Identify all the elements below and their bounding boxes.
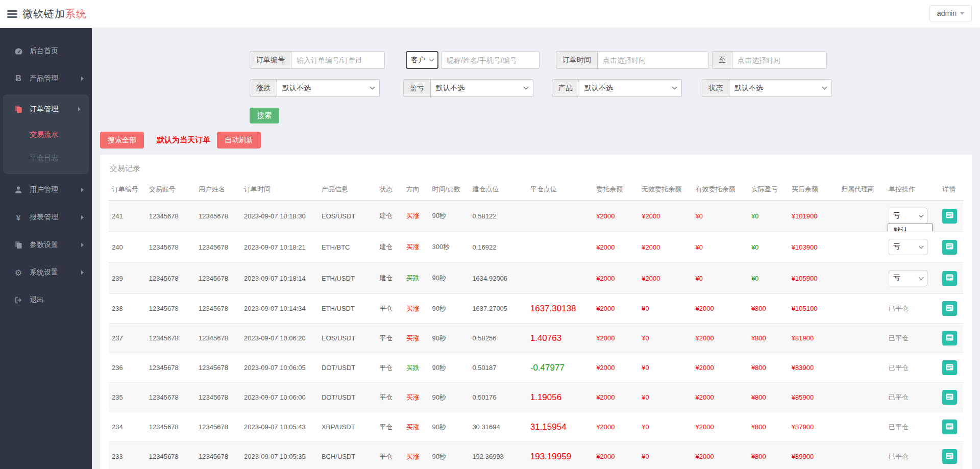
- sidebar-item-参数设置[interactable]: 参数设置: [0, 231, 92, 259]
- cell-product: EOS/USDT: [318, 324, 376, 353]
- cell-after-balance: ¥89900: [789, 442, 838, 469]
- cell-valid-entrust: ¥2000: [693, 324, 748, 353]
- cell-detail: [939, 412, 963, 442]
- cell-product: BCH/USDT: [318, 442, 376, 469]
- detail-button[interactable]: [942, 390, 957, 405]
- column-header: 用户姓名: [195, 180, 241, 201]
- cell-close-point: [527, 232, 594, 263]
- cell-direction: 买跌: [403, 353, 429, 383]
- column-header: 产品信息: [318, 180, 376, 201]
- column-header: 单控操作: [886, 180, 939, 201]
- status-select[interactable]: 默认不选: [729, 79, 832, 97]
- logout-icon: [13, 296, 23, 304]
- time-to-group: 至: [712, 51, 827, 69]
- sidebar-item-报表管理[interactable]: ¥报表管理: [0, 204, 92, 231]
- cell-entrust-balance: ¥2000: [593, 412, 639, 442]
- cell-control: 已平仓: [886, 442, 939, 469]
- user-icon: [13, 186, 23, 194]
- cell-order-time: 2023-09-07 10:05:43: [241, 412, 318, 442]
- time-to-input[interactable]: [732, 51, 827, 69]
- sidebar-item-退出[interactable]: 退出: [0, 286, 92, 314]
- detail-button[interactable]: [942, 449, 957, 464]
- cell-agent: [838, 353, 886, 383]
- cell-status: 建仓: [376, 263, 403, 294]
- order-number-input[interactable]: [291, 51, 385, 69]
- yen-icon: ¥: [13, 213, 23, 222]
- closed-status-label: 已平仓: [889, 453, 909, 460]
- customer-type-select[interactable]: 客户: [406, 51, 438, 69]
- sidebar-item-订单管理[interactable]: 订单管理: [3, 95, 89, 123]
- cell-open-point: 1637.27005: [469, 294, 527, 324]
- cell-actual-pl: ¥800: [748, 294, 789, 324]
- cell-invalid-entrust: ¥0: [639, 412, 692, 442]
- control-dropdown-option[interactable]: 默认: [888, 224, 932, 232]
- detail-button[interactable]: [942, 271, 957, 286]
- sidebar-item-系统设置[interactable]: ⚙系统设置: [0, 259, 92, 286]
- cell-user-name: 12345678: [195, 201, 241, 232]
- cell-period: 300秒: [429, 232, 469, 263]
- control-select[interactable]: 亏: [889, 208, 927, 224]
- cell-open-point: 0.50187: [469, 353, 527, 383]
- chevron-right-icon: [78, 107, 81, 111]
- cell-account: 12345678: [146, 383, 195, 412]
- cell-order-id: 241: [109, 201, 146, 232]
- search-button[interactable]: 搜索: [250, 108, 279, 124]
- cell-after-balance: ¥87900: [789, 412, 838, 442]
- sidebar-item-产品管理[interactable]: Ƀ产品管理: [0, 65, 92, 92]
- detail-list-icon: [946, 364, 953, 372]
- cell-after-balance: ¥83900: [789, 353, 838, 383]
- cell-status: 建仓: [376, 232, 403, 263]
- sidebar: 后台首页Ƀ产品管理订单管理交易流水平仓日志用户管理¥报表管理参数设置⚙系统设置退…: [0, 28, 92, 469]
- cell-open-point: 0.58122: [469, 201, 527, 232]
- bitcoin-icon: Ƀ: [13, 74, 23, 83]
- cell-period: 90秒: [429, 353, 469, 383]
- admin-dropdown[interactable]: admin: [929, 5, 972, 21]
- cell-invalid-entrust: ¥0: [639, 353, 692, 383]
- updown-select[interactable]: 默认不选: [277, 79, 380, 97]
- order-number-label: 订单编号: [250, 51, 291, 69]
- cell-valid-entrust: ¥2000: [693, 353, 748, 383]
- sidebar-subitem-平仓日志[interactable]: 平仓日志: [3, 146, 89, 170]
- cell-product: DOT/USDT: [318, 353, 376, 383]
- sidebar-subitem-交易流水[interactable]: 交易流水: [3, 123, 89, 146]
- cell-detail: [939, 324, 963, 353]
- product-select[interactable]: 默认不选: [579, 79, 682, 97]
- detail-button[interactable]: [942, 240, 957, 255]
- detail-button[interactable]: [942, 209, 957, 224]
- cell-actual-pl: ¥0: [748, 232, 789, 263]
- detail-list-icon: [946, 274, 953, 282]
- profit-select[interactable]: 默认不选: [430, 79, 533, 97]
- table-row: 23912345678123456782023-09-07 10:18:14ET…: [109, 263, 963, 294]
- column-header: 时间/点数: [429, 180, 469, 201]
- cell-direction: 买涨: [403, 412, 429, 442]
- cell-order-time: 2023-09-07 10:06:00: [241, 383, 318, 412]
- detail-list-icon: [946, 243, 953, 251]
- control-select[interactable]: 亏: [889, 270, 927, 286]
- control-select[interactable]: 亏: [889, 239, 927, 255]
- cell-account: 12345678: [146, 353, 195, 383]
- time-from-input[interactable]: [597, 51, 709, 69]
- cell-period: 90秒: [429, 294, 469, 324]
- detail-button[interactable]: [942, 419, 957, 434]
- order-number-filter: 订单编号: [250, 51, 385, 69]
- cell-user-name: 12345678: [195, 294, 241, 324]
- sidebar-item-用户管理[interactable]: 用户管理: [0, 176, 92, 204]
- customer-input[interactable]: [441, 51, 540, 69]
- cell-order-time: 2023-09-07 10:18:21: [241, 232, 318, 263]
- detail-button[interactable]: [942, 301, 957, 316]
- chevron-right-icon: [81, 270, 84, 275]
- column-header: 订单编号: [109, 180, 146, 201]
- detail-button[interactable]: [942, 360, 957, 375]
- search-all-button[interactable]: 搜索全部: [100, 132, 144, 149]
- sidebar-item-label: 后台首页: [30, 46, 58, 56]
- auto-refresh-button[interactable]: 自动刷新: [217, 132, 261, 149]
- cell-invalid-entrust: ¥2000: [639, 263, 692, 294]
- cell-entrust-balance: ¥2000: [593, 353, 639, 383]
- cell-detail: [939, 232, 963, 263]
- closed-status-label: 已平仓: [889, 423, 909, 431]
- sidebar-item-后台首页[interactable]: 后台首页: [0, 37, 92, 65]
- hamburger-menu-icon[interactable]: [7, 9, 17, 19]
- trade-records-panel: 交易记录 订单编号交易账号用户姓名订单时间产品信息状态方向时间/点数建仓点位平仓…: [100, 155, 972, 469]
- detail-button[interactable]: [942, 331, 957, 345]
- cell-invalid-entrust: ¥0: [639, 324, 692, 353]
